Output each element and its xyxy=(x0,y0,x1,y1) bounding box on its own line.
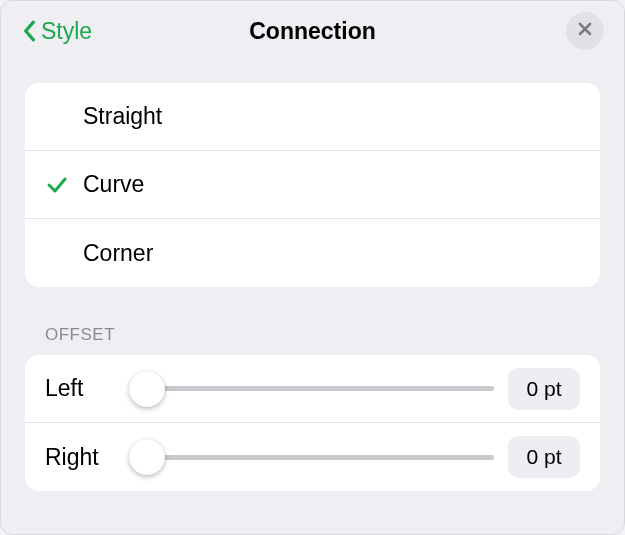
offset-left-value[interactable]: 0 pt xyxy=(508,368,580,410)
slider-track xyxy=(129,386,494,391)
offset-group: Left 0 pt Right 0 pt xyxy=(25,355,600,491)
check-slot xyxy=(45,173,83,197)
offset-section-header: OFFSET xyxy=(45,325,580,345)
connection-type-straight[interactable]: Straight xyxy=(25,83,600,151)
slider-track xyxy=(129,455,494,460)
close-icon xyxy=(577,21,593,41)
connection-type-curve[interactable]: Curve xyxy=(25,151,600,219)
offset-right-slider[interactable] xyxy=(129,437,494,477)
offset-right-row: Right 0 pt xyxy=(25,423,600,491)
connection-type-corner[interactable]: Corner xyxy=(25,219,600,287)
slider-thumb[interactable] xyxy=(129,371,165,407)
offset-left-row: Left 0 pt xyxy=(25,355,600,423)
checkmark-icon xyxy=(45,173,69,197)
connection-type-label: Curve xyxy=(83,171,144,198)
connection-settings-panel: Style Connection Straight Curve Corner O xyxy=(0,0,625,535)
back-button[interactable]: Style xyxy=(21,18,92,45)
offset-right-label: Right xyxy=(45,444,115,471)
connection-type-label: Straight xyxy=(83,103,162,130)
back-label: Style xyxy=(41,18,92,45)
offset-left-label: Left xyxy=(45,375,115,402)
offset-left-slider[interactable] xyxy=(129,369,494,409)
page-title: Connection xyxy=(249,18,376,45)
chevron-left-icon xyxy=(21,20,37,42)
connection-type-list: Straight Curve Corner xyxy=(25,83,600,287)
offset-right-value[interactable]: 0 pt xyxy=(508,436,580,478)
panel-header: Style Connection xyxy=(1,1,624,61)
close-button[interactable] xyxy=(566,12,604,50)
connection-type-label: Corner xyxy=(83,240,153,267)
slider-thumb[interactable] xyxy=(129,439,165,475)
